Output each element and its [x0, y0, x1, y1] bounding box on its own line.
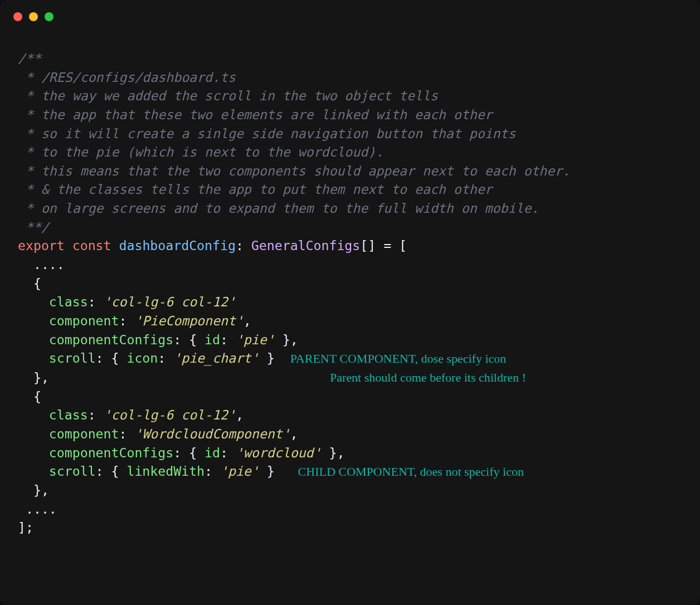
prop-id: id [205, 445, 220, 460]
comment-line: /** [18, 51, 41, 66]
prop-component: component [49, 426, 119, 441]
brace-close: }, [18, 482, 49, 497]
comment-line: * & the classes tells the app to put the… [18, 182, 493, 197]
prop-class: class [49, 294, 88, 309]
string-value: 'pie' [236, 332, 275, 347]
brace-close: }, [18, 370, 49, 385]
comment-line: **/ [18, 219, 49, 235]
prop-scroll: scroll [49, 350, 96, 365]
brace-open: { [18, 389, 41, 404]
array-close: ]; [18, 520, 33, 535]
prop-component: component [49, 313, 119, 328]
prop-componentconfigs: componentConfigs [49, 445, 173, 460]
comment-line: * so it will create a sinlge side naviga… [18, 126, 516, 141]
var-name: dashboardConfig [119, 238, 236, 253]
string-value: 'col-lg-6 col-12' [104, 294, 236, 309]
comment-line: * to the pie (which is next to the wordc… [18, 144, 383, 159]
prop-linkedwith: linkedWith [127, 463, 205, 479]
keyword-const: const [72, 238, 111, 253]
comment-line: * on large screens and to expand them to… [18, 201, 539, 216]
ellipsis: .... [18, 257, 65, 272]
maximize-icon[interactable] [45, 12, 54, 21]
comment-line: * the way we added the scroll in the two… [18, 88, 438, 103]
prop-icon: icon [127, 350, 158, 365]
string-value: 'col-lg-6 col-12' [104, 407, 236, 422]
brace-open: { [18, 276, 41, 291]
prop-scroll: scroll [49, 463, 96, 479]
string-value: 'wordcloud' [236, 445, 322, 460]
type-name: GeneralConfigs [251, 238, 360, 253]
string-value: 'pie_chart' [173, 350, 259, 365]
annotation-child: CHILD COMPONENT, does not specify icon [298, 463, 524, 481]
comment-line: * this means that the two components sho… [18, 163, 570, 178]
code-editor-window: /** * /RES/configs/dashboard.ts * the wa… [0, 0, 700, 605]
declaration-line: export const dashboardConfig: GeneralCon… [18, 236, 682, 255]
comment-line: * /RES/configs/dashboard.ts [18, 70, 236, 85]
type-brackets: [] [360, 238, 376, 253]
string-value: 'pie' [220, 463, 259, 479]
string-value: 'PieComponent' [134, 313, 243, 328]
ellipsis: .... [18, 501, 57, 516]
prop-componentconfigs: componentConfigs [49, 332, 173, 347]
equals-open: = [ [376, 238, 407, 253]
keyword-export: export [18, 238, 65, 253]
prop-class: class [49, 407, 88, 422]
string-value: 'WordcloudComponent' [134, 426, 290, 441]
comment-line: * the app that these two elements are li… [18, 107, 493, 122]
minimize-icon[interactable] [29, 12, 38, 21]
annotation-parent-1: PARENT COMPONENT, dose specify icon [290, 350, 507, 368]
prop-id: id [205, 332, 220, 347]
close-icon[interactable] [13, 12, 22, 21]
window-titlebar [0, 0, 700, 27]
code-block: /** * /RES/configs/dashboard.ts * the wa… [0, 27, 700, 548]
